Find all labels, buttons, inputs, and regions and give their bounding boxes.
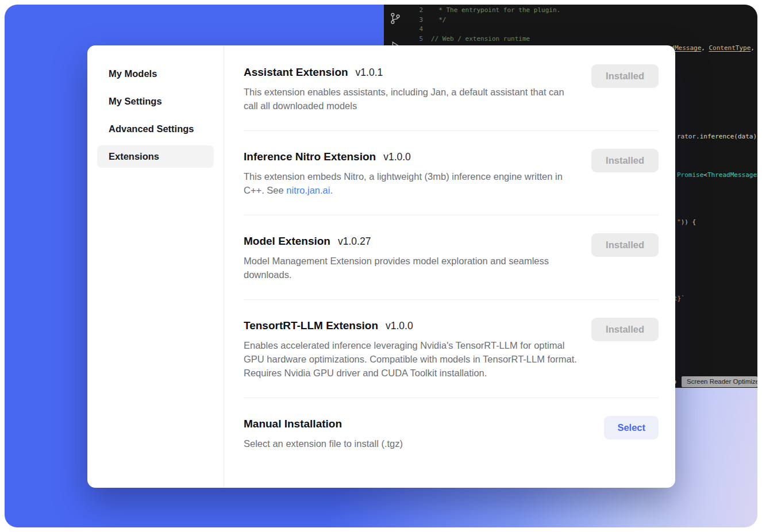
sidebar-item-my-settings[interactable]: My Settings bbox=[97, 90, 214, 113]
extension-row-model: Model Extension v1.0.27 Model Management… bbox=[244, 215, 659, 300]
extension-version: v1.0.0 bbox=[386, 320, 413, 332]
settings-sidebar: My Models My Settings Advanced Settings … bbox=[87, 45, 224, 488]
nitro-link[interactable]: nitro.jan.ai. bbox=[286, 185, 333, 195]
sidebar-item-advanced-settings[interactable]: Advanced Settings bbox=[97, 118, 214, 140]
code-fragment: Promise<ThreadMessage> bbox=[677, 171, 757, 180]
code-fragment: rator.inference(data)); bbox=[677, 132, 757, 141]
select-button[interactable]: Select bbox=[604, 416, 659, 440]
extension-description: This extension embeds Nitro, a lightweig… bbox=[244, 169, 580, 197]
extension-version: v1.0.0 bbox=[383, 151, 411, 163]
manual-installation-description: Select an extension file to install (.tg… bbox=[244, 437, 403, 450]
code-fragment: ")) { bbox=[677, 218, 696, 227]
sidebar-item-extensions[interactable]: Extensions bbox=[97, 145, 214, 168]
extension-description: Enables accelerated inference leveraging… bbox=[244, 338, 580, 380]
code-line: 5// Web / extension runtime bbox=[407, 34, 757, 44]
extension-title: Inference Nitro Extension bbox=[244, 149, 376, 164]
manual-installation-title: Manual Installation bbox=[244, 416, 342, 431]
sidebar-item-my-models[interactable]: My Models bbox=[97, 63, 214, 85]
extensions-panel: Assistant Extension v1.0.1 This extensio… bbox=[224, 45, 675, 488]
code-line: 4 bbox=[407, 25, 757, 34]
extension-title: TensortRT-LLM Extension bbox=[244, 318, 378, 333]
extension-row-tensorrt: TensortRT-LLM Extension v1.0.0 Enables a… bbox=[244, 300, 659, 398]
extension-row-assistant: Assistant Extension v1.0.1 This extensio… bbox=[244, 64, 659, 131]
extension-description: This extension enables assistants, inclu… bbox=[244, 85, 580, 113]
extension-version: v1.0.1 bbox=[356, 67, 383, 79]
extension-description: Model Management Extension provides mode… bbox=[244, 254, 580, 282]
source-control-icon[interactable] bbox=[388, 11, 402, 25]
extension-version: v1.0.27 bbox=[338, 236, 371, 248]
settings-modal: My Models My Settings Advanced Settings … bbox=[87, 45, 675, 488]
code-line: 3 */ bbox=[407, 16, 757, 25]
extension-title: Model Extension bbox=[244, 233, 330, 249]
installed-button[interactable]: Installed bbox=[591, 318, 659, 341]
installed-button[interactable]: Installed bbox=[591, 149, 659, 172]
desktop-background: 2 * The entrypoint for the plugin.3 */45… bbox=[5, 5, 757, 527]
manual-installation-row: Manual Installation Select an extension … bbox=[244, 398, 659, 468]
code-line: 2 * The entrypoint for the plugin. bbox=[407, 6, 757, 16]
installed-button[interactable]: Installed bbox=[591, 233, 659, 257]
extension-title: Assistant Extension bbox=[244, 64, 348, 80]
extension-row-nitro: Inference Nitro Extension v1.0.0 This ex… bbox=[244, 131, 659, 215]
installed-button[interactable]: Installed bbox=[591, 64, 659, 88]
screen-reader-badge[interactable]: Screen Reader Optimize bbox=[682, 376, 757, 387]
